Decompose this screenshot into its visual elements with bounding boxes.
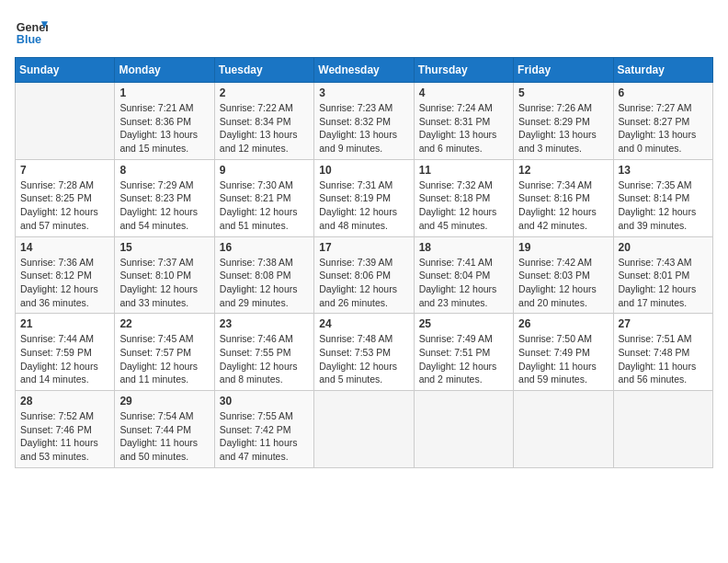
day-number: 19 [518,241,608,254]
day-info: Sunrise: 7:49 AM Sunset: 7:51 PM Dayligh… [419,332,508,386]
calendar-cell: 12Sunrise: 7:34 AM Sunset: 8:16 PM Dayli… [514,159,613,236]
day-number: 2 [220,86,309,99]
day-number: 26 [518,317,608,330]
weekday-header-monday: Monday [115,58,214,83]
day-info: Sunrise: 7:21 AM Sunset: 8:36 PM Dayligh… [119,101,209,155]
weekday-header-friday: Friday [514,58,613,83]
calendar-cell [613,391,712,468]
day-number: 1 [119,86,209,99]
day-info: Sunrise: 7:39 AM Sunset: 8:06 PM Dayligh… [319,256,408,310]
day-info: Sunrise: 7:34 AM Sunset: 8:16 PM Dayligh… [518,178,608,233]
day-info: Sunrise: 7:37 AM Sunset: 8:10 PM Dayligh… [119,256,209,310]
svg-text:Blue: Blue [17,33,41,46]
day-number: 16 [220,241,309,254]
calendar-cell: 23Sunrise: 7:46 AM Sunset: 7:55 PM Dayli… [214,314,313,391]
day-info: Sunrise: 7:42 AM Sunset: 8:03 PM Dayligh… [518,256,608,310]
calendar-cell: 1Sunrise: 7:21 AM Sunset: 8:36 PM Daylig… [115,83,214,160]
calendar-cell [414,391,513,468]
day-number: 20 [619,241,708,254]
calendar-cell: 10Sunrise: 7:31 AM Sunset: 8:19 PM Dayli… [314,159,414,236]
calendar-cell: 7Sunrise: 7:28 AM Sunset: 8:25 PM Daylig… [16,159,115,236]
calendar-cell: 26Sunrise: 7:50 AM Sunset: 7:49 PM Dayli… [514,314,613,391]
logo: General Blue [15,15,51,48]
weekday-header-tuesday: Tuesday [214,58,313,83]
day-info: Sunrise: 7:28 AM Sunset: 8:25 PM Dayligh… [20,178,109,233]
day-number: 22 [119,317,209,330]
calendar-cell: 17Sunrise: 7:39 AM Sunset: 8:06 PM Dayli… [314,236,414,314]
day-number: 4 [419,86,508,99]
day-info: Sunrise: 7:24 AM Sunset: 8:31 PM Dayligh… [419,101,508,155]
day-number: 28 [20,395,109,408]
calendar-cell: 25Sunrise: 7:49 AM Sunset: 7:51 PM Dayli… [414,314,513,391]
day-number: 25 [419,317,508,330]
calendar-cell: 21Sunrise: 7:44 AM Sunset: 7:59 PM Dayli… [16,314,115,391]
day-info: Sunrise: 7:52 AM Sunset: 7:46 PM Dayligh… [20,409,109,464]
day-number: 18 [419,241,508,254]
day-number: 30 [220,395,309,408]
calendar-cell: 30Sunrise: 7:55 AM Sunset: 7:42 PM Dayli… [214,391,313,468]
day-info: Sunrise: 7:45 AM Sunset: 7:57 PM Dayligh… [119,332,209,386]
day-info: Sunrise: 7:54 AM Sunset: 7:44 PM Dayligh… [119,409,209,464]
day-info: Sunrise: 7:38 AM Sunset: 8:08 PM Dayligh… [220,256,309,310]
calendar-cell: 14Sunrise: 7:36 AM Sunset: 8:12 PM Dayli… [16,236,115,314]
calendar-cell: 13Sunrise: 7:35 AM Sunset: 8:14 PM Dayli… [613,159,712,236]
day-number: 6 [619,86,708,99]
day-number: 27 [619,317,708,330]
calendar-cell: 16Sunrise: 7:38 AM Sunset: 8:08 PM Dayli… [214,236,313,314]
day-number: 5 [518,86,608,99]
day-info: Sunrise: 7:32 AM Sunset: 8:18 PM Dayligh… [419,178,508,233]
day-info: Sunrise: 7:46 AM Sunset: 7:55 PM Dayligh… [220,332,309,386]
day-info: Sunrise: 7:36 AM Sunset: 8:12 PM Dayligh… [20,256,109,310]
calendar-cell: 8Sunrise: 7:29 AM Sunset: 8:23 PM Daylig… [115,159,214,236]
calendar-week-2: 7Sunrise: 7:28 AM Sunset: 8:25 PM Daylig… [16,159,713,236]
day-info: Sunrise: 7:23 AM Sunset: 8:32 PM Dayligh… [319,101,408,155]
day-info: Sunrise: 7:48 AM Sunset: 7:53 PM Dayligh… [319,332,408,386]
day-info: Sunrise: 7:30 AM Sunset: 8:21 PM Dayligh… [220,178,309,233]
day-number: 15 [119,241,209,254]
header-row: SundayMondayTuesdayWednesdayThursdayFrid… [16,58,713,83]
calendar-cell: 19Sunrise: 7:42 AM Sunset: 8:03 PM Dayli… [514,236,613,314]
calendar-cell: 11Sunrise: 7:32 AM Sunset: 8:18 PM Dayli… [414,159,513,236]
day-info: Sunrise: 7:43 AM Sunset: 8:01 PM Dayligh… [619,256,708,310]
day-number: 9 [220,164,309,177]
calendar-cell: 24Sunrise: 7:48 AM Sunset: 7:53 PM Dayli… [314,314,414,391]
day-info: Sunrise: 7:35 AM Sunset: 8:14 PM Dayligh… [619,178,708,233]
calendar-cell: 20Sunrise: 7:43 AM Sunset: 8:01 PM Dayli… [613,236,712,314]
day-number: 10 [319,164,408,177]
day-info: Sunrise: 7:41 AM Sunset: 8:04 PM Dayligh… [419,256,508,310]
weekday-header-wednesday: Wednesday [314,58,414,83]
day-info: Sunrise: 7:22 AM Sunset: 8:34 PM Dayligh… [220,101,309,155]
day-info: Sunrise: 7:29 AM Sunset: 8:23 PM Dayligh… [119,178,209,233]
calendar-cell: 22Sunrise: 7:45 AM Sunset: 7:57 PM Dayli… [115,314,214,391]
day-number: 24 [319,317,408,330]
day-number: 11 [419,164,508,177]
calendar-cell: 2Sunrise: 7:22 AM Sunset: 8:34 PM Daylig… [214,83,313,160]
calendar-cell: 18Sunrise: 7:41 AM Sunset: 8:04 PM Dayli… [414,236,513,314]
day-number: 7 [20,164,109,177]
calendar-cell [514,391,613,468]
calendar-cell: 4Sunrise: 7:24 AM Sunset: 8:31 PM Daylig… [414,83,513,160]
calendar-cell: 27Sunrise: 7:51 AM Sunset: 7:48 PM Dayli… [613,314,712,391]
calendar-week-1: 1Sunrise: 7:21 AM Sunset: 8:36 PM Daylig… [16,83,713,160]
day-number: 8 [119,164,209,177]
day-info: Sunrise: 7:44 AM Sunset: 7:59 PM Dayligh… [20,332,109,386]
calendar-week-4: 21Sunrise: 7:44 AM Sunset: 7:59 PM Dayli… [16,314,713,391]
calendar-table: SundayMondayTuesdayWednesdayThursdayFrid… [15,57,713,468]
calendar-week-3: 14Sunrise: 7:36 AM Sunset: 8:12 PM Dayli… [16,236,713,314]
calendar-cell: 15Sunrise: 7:37 AM Sunset: 8:10 PM Dayli… [115,236,214,314]
day-info: Sunrise: 7:27 AM Sunset: 8:27 PM Dayligh… [619,101,708,155]
calendar-week-5: 28Sunrise: 7:52 AM Sunset: 7:46 PM Dayli… [16,391,713,468]
day-number: 13 [619,164,708,177]
page-header: General Blue [15,15,713,48]
day-info: Sunrise: 7:51 AM Sunset: 7:48 PM Dayligh… [619,332,708,386]
day-info: Sunrise: 7:26 AM Sunset: 8:29 PM Dayligh… [518,101,608,155]
calendar-cell: 29Sunrise: 7:54 AM Sunset: 7:44 PM Dayli… [115,391,214,468]
day-info: Sunrise: 7:31 AM Sunset: 8:19 PM Dayligh… [319,178,408,233]
day-info: Sunrise: 7:55 AM Sunset: 7:42 PM Dayligh… [220,409,309,464]
calendar-body: 1Sunrise: 7:21 AM Sunset: 8:36 PM Daylig… [16,83,713,468]
day-number: 12 [518,164,608,177]
day-number: 23 [220,317,309,330]
day-number: 14 [20,241,109,254]
day-number: 21 [20,317,109,330]
day-number: 17 [319,241,408,254]
